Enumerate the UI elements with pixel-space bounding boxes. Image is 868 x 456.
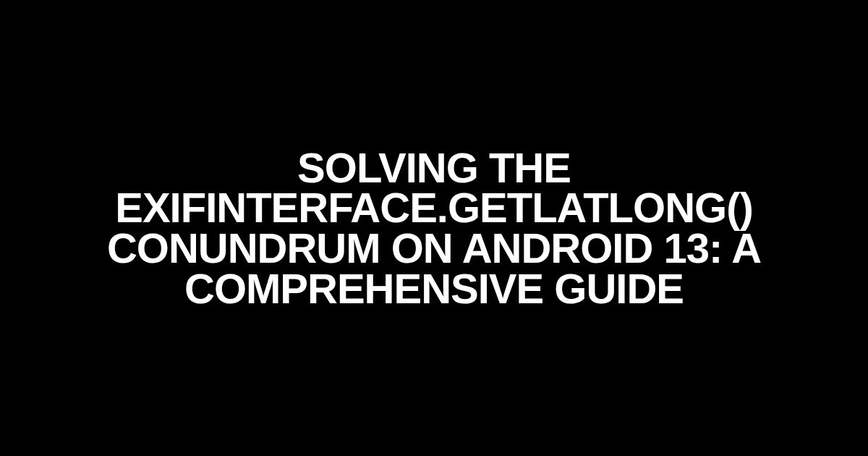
- title-container: SOLVING THE EXIFINTERFACE.GETLATLONG() C…: [0, 148, 868, 309]
- page-title: SOLVING THE EXIFINTERFACE.GETLATLONG() C…: [72, 148, 796, 309]
